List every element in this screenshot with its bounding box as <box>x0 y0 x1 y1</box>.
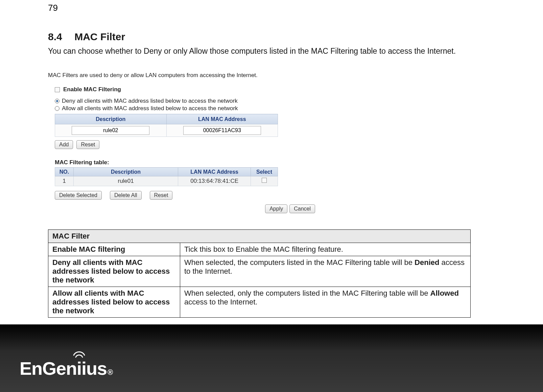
engenius-logo: EnGen i ius ® <box>20 358 113 379</box>
section-subtitle: You can choose whether to Deny or only A… <box>48 47 488 56</box>
info-row-1-label: Deny all clients with MAC addresses list… <box>48 256 180 287</box>
radio-deny-label: Deny all clients with MAC address listed… <box>62 98 238 104</box>
list-header-no: NO. <box>55 168 74 176</box>
info-table: MAC Filter Enable MAC filtering Tick thi… <box>48 229 471 318</box>
table-row: 1 rule01 00:13:64:78:41:CE <box>55 176 278 186</box>
delete-selected-button[interactable]: Delete Selected <box>55 191 102 200</box>
row-select-checkbox[interactable] <box>262 178 267 183</box>
info-row-2-desc: When selected, only the computers listed… <box>180 287 471 318</box>
radio-deny[interactable] <box>55 99 60 103</box>
list-header-mac: LAN MAC Address <box>178 168 251 176</box>
mac-filtering-table: NO. Description LAN MAC Address Select 1… <box>55 167 278 186</box>
delete-all-button[interactable]: Delete All <box>110 191 142 200</box>
section-title: MAC Filter <box>74 31 125 43</box>
page-number: 79 <box>48 3 58 13</box>
apply-button[interactable]: Apply <box>265 204 287 213</box>
table-row: Deny all clients with MAC addresses list… <box>48 256 471 287</box>
table-row: Enable MAC filtering Tick this box to En… <box>48 243 471 256</box>
radio-allow[interactable] <box>55 106 60 111</box>
reset-list-button[interactable]: Reset <box>150 191 173 200</box>
info-row-0-desc: Tick this box to Enable the MAC filterin… <box>180 243 471 256</box>
table-row: Allow all clients with MAC addresses lis… <box>48 287 471 318</box>
input-header-desc: Description <box>55 114 167 124</box>
info-row-0-label: Enable MAC filtering <box>48 243 180 256</box>
enable-mac-filtering-label: Enable MAC Filtering <box>63 86 121 93</box>
enable-mac-filtering-row: Enable MAC Filtering <box>55 86 322 93</box>
mac-filter-panel: MAC Filters are used to deny or allow LA… <box>48 72 322 213</box>
list-header-desc: Description <box>73 168 178 176</box>
radio-allow-label: Allow all clients with MAC address liste… <box>62 105 238 112</box>
row-desc: rule01 <box>73 176 178 186</box>
enable-mac-filtering-checkbox[interactable] <box>55 87 60 92</box>
panel-intro: MAC Filters are used to deny or allow LA… <box>48 72 322 79</box>
mac-input-table: Description LAN MAC Address <box>55 114 278 137</box>
cancel-button[interactable]: Cancel <box>289 204 315 213</box>
reset-button[interactable]: Reset <box>76 140 99 149</box>
row-no: 1 <box>55 176 74 186</box>
radio-allow-row: Allow all clients with MAC address liste… <box>55 105 322 112</box>
info-row-1-desc: When selected, the computers listed in t… <box>180 256 471 287</box>
registered-icon: ® <box>108 368 113 377</box>
mac-filtering-table-label: MAC Filtering table: <box>55 159 322 166</box>
info-row-2-label: Allow all clients with MAC addresses lis… <box>48 287 180 318</box>
page-root: 79 8.4 MAC Filter You can choose whether… <box>0 0 543 392</box>
description-input[interactable] <box>72 126 149 135</box>
input-header-mac: LAN MAC Address <box>166 114 278 124</box>
section-heading: 8.4 MAC Filter <box>48 31 488 43</box>
info-table-header: MAC Filter <box>48 230 471 243</box>
list-header-select: Select <box>251 168 278 176</box>
mac-address-input[interactable] <box>183 126 261 135</box>
footer: EnGen i ius ® <box>0 324 543 392</box>
add-button[interactable]: Add <box>55 140 73 149</box>
section-number: 8.4 <box>48 31 62 43</box>
main-content: 8.4 MAC Filter You can choose whether to… <box>48 31 488 318</box>
row-mac: 00:13:64:78:41:CE <box>178 176 251 186</box>
wifi-icon <box>72 349 87 359</box>
radio-deny-row: Deny all clients with MAC address listed… <box>55 98 322 104</box>
